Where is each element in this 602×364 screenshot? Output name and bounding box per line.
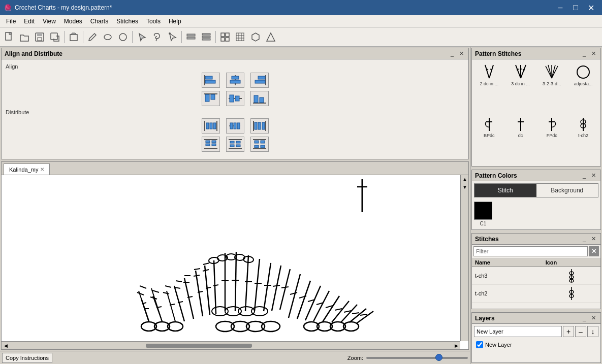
distribute-v3-button[interactable] <box>250 137 269 152</box>
toolbar-saveas[interactable] <box>48 30 62 44</box>
scroll-thumb-h[interactable] <box>146 344 252 348</box>
toolbar-export[interactable] <box>67 30 81 44</box>
menu-tools[interactable]: Tools <box>142 17 165 26</box>
toolbar-ellipse[interactable] <box>101 30 115 44</box>
align-middle-button[interactable] <box>226 91 244 106</box>
stitch-cell-fpdc[interactable]: FPdc <box>537 113 567 164</box>
toolbar-grid2[interactable] <box>233 30 247 44</box>
color-swatch-c1[interactable] <box>474 202 492 220</box>
zoom-slider[interactable] <box>366 357 468 359</box>
canvas-tab-close[interactable]: ✕ <box>40 167 44 172</box>
toolbar-grid1[interactable] <box>218 30 232 44</box>
new-layer-input[interactable] <box>474 326 562 337</box>
distribute-h-button[interactable] <box>202 118 220 134</box>
stitch-cell-adj[interactable]: adjusta... <box>568 61 598 112</box>
align-panel-title: Align and Distribute <box>5 50 62 57</box>
layers-panel-close[interactable]: ✕ <box>589 314 597 322</box>
align-left-button[interactable] <box>202 73 220 88</box>
distribute-right-button[interactable] <box>250 118 269 134</box>
stitch-cell-323[interactable]: 3-2-3-d... <box>537 61 567 112</box>
menu-help[interactable]: Help <box>165 17 185 26</box>
toolbar-pencil[interactable] <box>85 30 100 44</box>
close-button[interactable]: ✕ <box>584 1 598 15</box>
stitch-color-toggle[interactable]: Stitch <box>474 184 536 197</box>
horizontal-scrollbar[interactable]: ◀ ▶ <box>2 341 460 349</box>
menu-edit[interactable]: Edit <box>20 17 39 26</box>
layers-panel-header: Layers _ ✕ <box>472 313 600 324</box>
svg-line-145 <box>360 314 367 315</box>
stitch-cell-3dc[interactable]: 3 dc in ... <box>505 61 536 112</box>
menu-charts[interactable]: Charts <box>86 17 112 26</box>
align-top-button[interactable] <box>202 91 220 106</box>
layers-panel-minimize[interactable]: _ <box>580 314 588 322</box>
scroll-up-button[interactable]: ▲ <box>461 175 468 183</box>
pattern-stitches-minimize[interactable]: _ <box>580 50 588 58</box>
stitches-panel-minimize[interactable]: _ <box>580 235 588 243</box>
stitch-row-tch3[interactable]: t-ch3 <box>472 267 600 285</box>
stitches-filter-clear-button[interactable]: ✕ <box>589 246 599 256</box>
stitches-panel-header: Stitches _ ✕ <box>472 234 600 245</box>
stitch-row-tch2[interactable]: t-ch2 <box>472 285 600 303</box>
layer-move-button[interactable]: ↓ <box>587 326 598 337</box>
scroll-right-button[interactable]: ▶ <box>452 342 460 350</box>
pattern-colors-close[interactable]: ✕ <box>589 172 597 180</box>
distribute-center-h-button[interactable] <box>226 118 244 134</box>
layer-delete-button[interactable]: – <box>575 326 586 337</box>
svg-line-129 <box>290 292 297 294</box>
toolbar-open[interactable] <box>17 30 31 44</box>
toolbar-rows1[interactable] <box>184 30 198 44</box>
background-color-toggle[interactable]: Background <box>536 184 598 197</box>
svg-rect-53 <box>234 123 236 129</box>
toolbar-hexgrid[interactable] <box>248 30 263 44</box>
scroll-down-button[interactable]: ▼ <box>461 183 468 191</box>
scroll-left-button[interactable]: ◀ <box>2 342 10 350</box>
align-right-button[interactable] <box>250 73 269 88</box>
menu-modes[interactable]: Modes <box>60 17 86 26</box>
pattern-colors-minimize[interactable]: _ <box>580 172 588 180</box>
svg-rect-69 <box>230 145 234 147</box>
stitch-icon-bpdc <box>481 115 497 133</box>
toolbar-rows2[interactable] <box>199 30 213 44</box>
toolbar-transform[interactable] <box>165 30 179 44</box>
align-panel-close[interactable]: ✕ <box>457 50 465 58</box>
toolbar-new[interactable] <box>2 30 16 44</box>
zoom-slider-thumb[interactable] <box>435 354 442 361</box>
align-bottom-button[interactable] <box>250 91 269 106</box>
stitches-table-wrap[interactable]: Name Icon t-ch3 <box>472 258 600 303</box>
vertical-scrollbar[interactable]: ▲ ▼ <box>460 175 468 341</box>
stitch-cell-bpdc[interactable]: BPdc <box>474 113 504 164</box>
stitch-cell-tch2[interactable]: t-ch2 <box>568 113 598 164</box>
layer-add-button[interactable]: + <box>563 326 574 337</box>
stitch-cell-dc[interactable]: dc <box>505 113 536 164</box>
toolbar-save[interactable] <box>33 30 47 44</box>
align-center-h-button[interactable] <box>226 73 244 88</box>
svg-rect-48 <box>206 123 209 129</box>
minimize-button[interactable]: – <box>553 1 567 15</box>
maximize-button[interactable]: □ <box>568 1 583 15</box>
copy-instructions-button[interactable]: Copy Instructions <box>2 353 52 363</box>
distribute-center-v-button[interactable] <box>226 137 244 152</box>
stitches-panel-close[interactable]: ✕ <box>589 235 597 243</box>
stitch-cell-2dc[interactable]: 2 dc in ... <box>474 61 504 112</box>
stitches-name-col: Name <box>472 258 543 267</box>
svg-line-149 <box>152 290 159 292</box>
menu-stitches[interactable]: Stitches <box>112 17 142 26</box>
stitches-filter-input[interactable] <box>473 246 588 256</box>
layer-checkbox[interactable] <box>476 341 483 348</box>
align-panel-minimize[interactable]: _ <box>448 50 456 58</box>
canvas-tab-kalinda[interactable]: Kalinda_my ✕ <box>4 163 50 175</box>
stitch-label-fpdc: FPdc <box>547 133 557 138</box>
distribute-v-button[interactable] <box>202 137 220 152</box>
svg-line-108 <box>196 271 203 316</box>
toolbar-polygon[interactable] <box>116 30 130 44</box>
layers-body: + – ↓ New Layer <box>472 324 600 351</box>
scroll-track-h[interactable] <box>18 344 444 348</box>
toolbar-select[interactable] <box>135 30 149 44</box>
pattern-stitches-close[interactable]: ✕ <box>589 50 597 58</box>
menu-view[interactable]: View <box>39 17 60 26</box>
menu-file[interactable]: File <box>2 17 20 26</box>
toolbar-triangle[interactable] <box>264 30 278 44</box>
canvas-content[interactable]: ◀ ▶ ▲ ▼ <box>2 175 468 349</box>
toolbar-lasso[interactable] <box>150 30 164 44</box>
stitch-icon-dc <box>513 115 529 133</box>
